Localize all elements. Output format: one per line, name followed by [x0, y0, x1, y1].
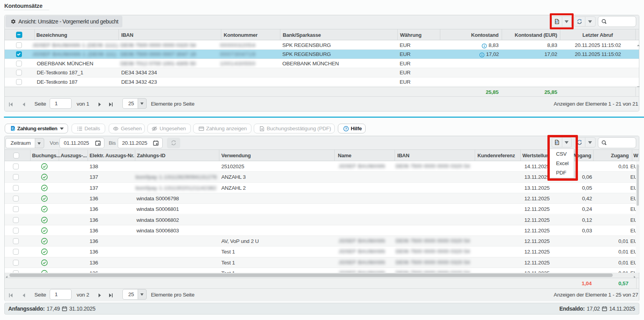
svg-text:?: ? — [345, 127, 347, 131]
